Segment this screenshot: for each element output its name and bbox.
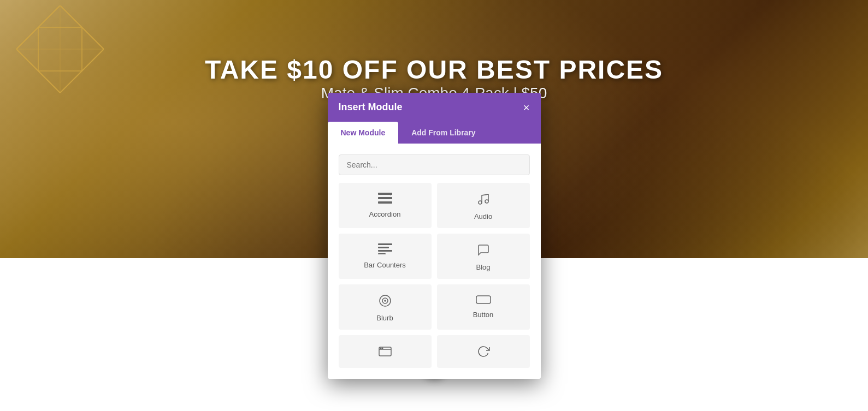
module-item-blurb[interactable]: Blurb xyxy=(339,284,432,330)
accordion-icon xyxy=(378,193,392,206)
tab-add-from-library[interactable]: Add From Library xyxy=(398,122,488,144)
modal-body: Accordion Audio xyxy=(328,144,541,379)
insert-module-modal: Insert Module × New Module Add From Libr… xyxy=(328,93,541,379)
modules-grid-partial xyxy=(339,335,530,368)
svg-rect-20 xyxy=(378,247,389,248)
counter-icon xyxy=(477,345,490,360)
accordion-label: Accordion xyxy=(369,210,401,218)
module-item-accordion[interactable]: Accordion xyxy=(339,183,432,228)
modal-title: Insert Module xyxy=(339,102,403,113)
modules-grid: Accordion Audio xyxy=(339,183,530,330)
bar-counters-icon xyxy=(378,243,392,257)
svg-point-18 xyxy=(485,200,488,203)
svg-point-29 xyxy=(380,348,381,349)
svg-point-25 xyxy=(385,300,386,301)
module-item-bar-counters[interactable]: Bar Counters xyxy=(339,234,432,279)
blog-icon xyxy=(477,243,490,259)
module-item-blog[interactable]: Blog xyxy=(437,234,530,279)
blurb-label: Blurb xyxy=(376,314,393,322)
svg-rect-21 xyxy=(378,250,392,252)
blog-label: Blog xyxy=(476,263,490,271)
module-item-button[interactable]: Button xyxy=(437,284,530,330)
svg-rect-22 xyxy=(378,253,386,254)
module-search-input[interactable] xyxy=(339,154,530,175)
modal-header: Insert Module × xyxy=(328,93,541,122)
bar-counters-label: Bar Counters xyxy=(364,261,406,269)
tab-new-module[interactable]: New Module xyxy=(328,122,399,144)
svg-rect-14 xyxy=(378,197,392,199)
button-icon xyxy=(476,294,491,306)
module-item-code[interactable] xyxy=(339,335,432,368)
modal-close-button[interactable]: × xyxy=(523,102,530,113)
svg-rect-15 xyxy=(378,201,392,204)
modal-overlay: Insert Module × New Module Add From Libr… xyxy=(0,0,868,411)
svg-point-30 xyxy=(382,348,383,349)
code-icon xyxy=(379,347,392,359)
audio-label: Audio xyxy=(474,212,492,221)
svg-point-17 xyxy=(479,201,482,204)
modal-tabs: New Module Add From Library xyxy=(328,122,541,144)
audio-icon xyxy=(477,193,490,208)
module-item-audio[interactable]: Audio xyxy=(437,183,530,228)
blurb-icon xyxy=(379,294,392,309)
svg-rect-26 xyxy=(476,296,491,303)
module-item-counter[interactable] xyxy=(437,335,530,368)
button-label: Button xyxy=(473,311,494,319)
svg-rect-19 xyxy=(378,243,392,245)
